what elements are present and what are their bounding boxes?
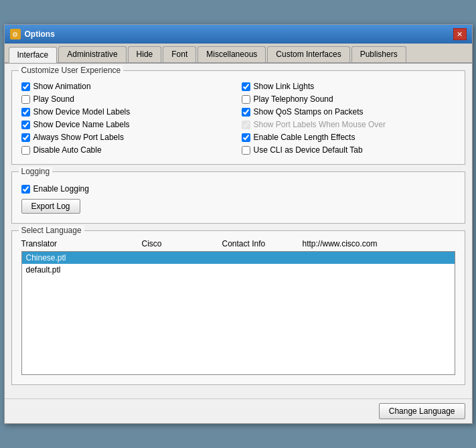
checkbox-port-labels-mouse-label: Show Port Labels When Mouse Over — [254, 120, 386, 129]
checkbox-use-cli-label: Use CLI as Device Default Tab — [254, 145, 363, 155]
language-list[interactable]: Chinese.ptl default.ptl — [21, 251, 455, 375]
change-language-button[interactable]: Change Language — [379, 403, 465, 419]
checkbox-device-model: Show Device Model Labels — [21, 107, 235, 117]
checkbox-device-model-input[interactable] — [21, 108, 30, 117]
export-log-button[interactable]: Export Log — [21, 199, 80, 214]
customize-section: Customize User Experience Show Animation… — [11, 70, 465, 165]
title-bar-left: ⚙ Options — [10, 29, 55, 40]
checkbox-port-labels-mouse-input[interactable] — [242, 121, 250, 129]
checkbox-disable-auto-cable-input[interactable] — [21, 146, 30, 155]
checkbox-show-animation-label: Show Animation — [33, 82, 91, 91]
checkbox-play-telephony-input[interactable] — [242, 95, 250, 104]
tab-bar: Interface Administrative Hide Font Misce… — [5, 44, 472, 64]
logging-section-title: Logging — [19, 167, 53, 176]
checkbox-enable-logging-label: Enable Logging — [33, 184, 89, 194]
bottom-bar: Change Language — [5, 398, 472, 423]
checkbox-device-name-input[interactable] — [21, 121, 30, 129]
col-contact: Contact Info — [222, 239, 303, 248]
checkbox-disable-auto-cable-label: Disable Auto Cable — [33, 145, 102, 155]
checkbox-device-name: Show Device Name Labels — [21, 120, 235, 129]
tab-interface[interactable]: Interface — [9, 47, 58, 63]
tab-font[interactable]: Font — [163, 46, 196, 62]
checkbox-play-telephony-label: Play Telephony Sound — [254, 94, 333, 104]
col-url: http://www.cisco.com — [303, 239, 455, 248]
tab-custom-interfaces[interactable]: Custom Interfaces — [267, 46, 349, 62]
window-title: Options — [25, 29, 55, 39]
tab-publishers[interactable]: Publishers — [351, 46, 406, 62]
checkbox-play-sound: Play Sound — [21, 94, 235, 104]
checkbox-always-show-port: Always Show Port Labels — [21, 133, 235, 142]
checkbox-cable-length-input[interactable] — [242, 133, 250, 142]
checkbox-play-sound-label: Play Sound — [33, 94, 74, 104]
checkbox-play-sound-input[interactable] — [21, 95, 30, 104]
content-area: Customize User Experience Show Animation… — [5, 64, 472, 398]
checkbox-enable-logging-input[interactable] — [21, 185, 30, 194]
checkbox-cable-length-label: Enable Cable Length Effects — [254, 133, 355, 142]
options-window: ⚙ Options ✕ Interface Administrative Hid… — [4, 24, 473, 424]
close-button[interactable]: ✕ — [453, 28, 467, 40]
checkbox-show-animation: Show Animation — [21, 82, 235, 91]
checkbox-show-link-lights-label: Show Link Lights — [254, 82, 315, 91]
app-icon: ⚙ — [10, 29, 21, 40]
checkbox-enable-logging: Enable Logging — [21, 184, 455, 194]
customize-section-title: Customize User Experience — [19, 66, 124, 75]
checkbox-always-show-port-input[interactable] — [21, 133, 30, 142]
tab-miscellaneous[interactable]: Miscellaneous — [197, 46, 266, 62]
checkbox-qos-stamps: Show QoS Stamps on Packets — [242, 107, 455, 117]
checkbox-qos-stamps-label: Show QoS Stamps on Packets — [254, 107, 364, 117]
checkbox-device-model-label: Show Device Model Labels — [33, 107, 131, 117]
lang-item-default[interactable]: default.ptl — [22, 264, 455, 276]
checkbox-always-show-port-label: Always Show Port Labels — [33, 133, 124, 142]
title-bar: ⚙ Options ✕ — [5, 25, 472, 44]
logging-inner: Enable Logging Export Log — [21, 184, 455, 214]
checkbox-port-labels-mouse: Show Port Labels When Mouse Over — [242, 120, 455, 129]
checkbox-use-cli-input[interactable] — [242, 146, 250, 155]
checkbox-use-cli: Use CLI as Device Default Tab — [242, 145, 455, 155]
checkbox-show-link-lights: Show Link Lights — [242, 82, 455, 91]
checkbox-show-animation-input[interactable] — [21, 82, 30, 91]
language-header: Translator Cisco Contact Info http://www… — [21, 238, 455, 250]
checkbox-grid: Show Animation Show Link Lights Play Sou… — [21, 82, 455, 155]
tab-hide[interactable]: Hide — [128, 46, 162, 62]
logging-section: Logging Enable Logging Export Log — [11, 171, 465, 224]
checkbox-disable-auto-cable: Disable Auto Cable — [21, 145, 235, 155]
checkbox-qos-stamps-input[interactable] — [242, 108, 250, 117]
checkbox-play-telephony: Play Telephony Sound — [242, 94, 455, 104]
col-translator: Translator — [21, 239, 142, 248]
checkbox-cable-length: Enable Cable Length Effects — [242, 133, 455, 142]
language-section: Select Language Translator Cisco Contact… — [11, 230, 465, 385]
window-controls: ✕ — [453, 28, 467, 40]
checkbox-show-link-lights-input[interactable] — [242, 82, 250, 91]
tab-administrative[interactable]: Administrative — [58, 46, 126, 62]
lang-item-chinese[interactable]: Chinese.ptl — [22, 252, 455, 264]
language-section-title: Select Language — [19, 226, 84, 235]
col-cisco: Cisco — [142, 239, 222, 248]
checkbox-device-name-label: Show Device Name Labels — [33, 120, 130, 129]
